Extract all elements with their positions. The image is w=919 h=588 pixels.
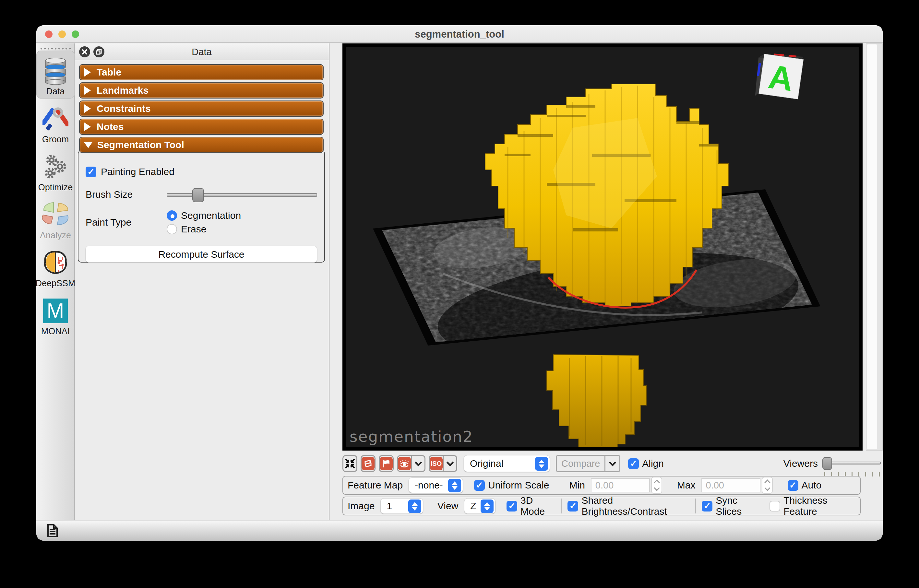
accordion-landmarks[interactable]: Landmarks xyxy=(79,82,324,99)
pie-chart-icon xyxy=(42,200,69,230)
accordion-label: Notes xyxy=(97,121,123,132)
expand-arrow-icon xyxy=(84,104,91,113)
compare-dropdown-arrow[interactable] xyxy=(604,456,620,471)
image-row: Image 1 View Z 3D Mode Shared Brightness… xyxy=(343,497,861,515)
feature-map-combobox[interactable]: -none- xyxy=(409,478,463,493)
thickness-feature-option[interactable]: Thickness Feature xyxy=(770,495,856,517)
thickness-feature-checkbox[interactable] xyxy=(770,501,780,512)
isosurface-button[interactable]: ISO xyxy=(429,455,443,472)
show-surface-button[interactable] xyxy=(379,455,394,472)
dock-title: Data xyxy=(74,47,329,57)
eye-icon xyxy=(398,457,411,470)
scrollbar-thumb[interactable] xyxy=(867,44,877,449)
window-title: segmentation_tool xyxy=(36,29,883,40)
status-bar xyxy=(36,520,883,541)
accordion-constraints[interactable]: Constraints xyxy=(79,100,324,117)
render-viewport[interactable]: A segmentation2 xyxy=(346,47,859,447)
sync-slices-option[interactable]: Sync Slices xyxy=(702,495,760,517)
accordion-label: Constraints xyxy=(97,103,151,114)
align-option[interactable]: Align xyxy=(628,458,664,469)
expand-arrow-icon xyxy=(84,86,91,95)
compare-combobox[interactable]: Compare xyxy=(556,455,620,472)
drag-handle-icon[interactable] xyxy=(40,47,71,50)
glyphs-icon xyxy=(362,457,375,470)
max-value[interactable]: 0.00 xyxy=(701,478,760,493)
erase-radio-label: Erase xyxy=(181,224,206,235)
erase-radio[interactable] xyxy=(167,224,177,234)
sidebar-item-deepssm[interactable]: DeepSSM xyxy=(36,242,74,291)
max-label: Max xyxy=(677,480,696,491)
app-window: segmentation_tool Data xyxy=(36,25,883,541)
separator xyxy=(561,499,562,514)
accordion-label: Landmarks xyxy=(97,85,149,96)
combo-stepper-icon xyxy=(448,479,461,493)
sidebar-item-label: Optimize xyxy=(38,183,73,192)
shared-brightness-option[interactable]: Shared Brightness/Contrast xyxy=(568,495,689,517)
uniform-scale-option[interactable]: Uniform Scale xyxy=(474,480,549,491)
spinner-arrows-icon[interactable] xyxy=(651,477,662,494)
recompute-surface-button[interactable]: Recompute Surface xyxy=(86,246,317,263)
viewers-slider[interactable] xyxy=(822,457,881,470)
view-combobox[interactable]: Z xyxy=(464,498,495,514)
dock-header: Data xyxy=(74,44,329,60)
painting-enabled-row: Painting Enabled xyxy=(86,165,317,179)
visibility-dropdown-arrow[interactable] xyxy=(412,455,426,472)
uniform-scale-label: Uniform Scale xyxy=(488,480,549,491)
3d-mode-option[interactable]: 3D Mode xyxy=(506,495,555,517)
view-value: Z xyxy=(470,501,476,512)
titlebar[interactable]: segmentation_tool xyxy=(36,25,883,43)
shared-brightness-label: Shared Brightness/Contrast xyxy=(581,495,689,517)
sidebar-item-analyze[interactable]: Analyze xyxy=(36,194,74,242)
sidebar-item-optimize[interactable]: Optimize xyxy=(36,147,74,194)
auto-checkbox[interactable] xyxy=(788,480,798,491)
min-value[interactable]: 0.00 xyxy=(591,478,650,493)
brush-size-slider[interactable] xyxy=(167,188,317,201)
segmentation-radio[interactable] xyxy=(167,210,177,221)
slider-handle[interactable] xyxy=(192,188,204,202)
image-label: Image xyxy=(348,501,375,512)
svg-text:M: M xyxy=(47,299,64,323)
auto-label: Auto xyxy=(802,480,822,491)
chevron-down-icon xyxy=(446,459,454,467)
compare-value: Compare xyxy=(557,458,604,469)
slider-track[interactable] xyxy=(167,193,317,197)
fit-view-button[interactable] xyxy=(343,455,358,472)
accordion-table[interactable]: Table xyxy=(79,64,324,81)
auto-option[interactable]: Auto xyxy=(788,480,822,491)
sidebar-item-groom[interactable]: Groom xyxy=(36,99,74,147)
combo-stepper-icon xyxy=(481,499,493,513)
viewer-scrollbar[interactable] xyxy=(866,44,883,451)
shared-brightness-checkbox[interactable] xyxy=(568,501,578,512)
accordion-notes[interactable]: Notes xyxy=(79,119,324,135)
sidebar-item-monai[interactable]: M MONAI xyxy=(36,291,74,338)
painting-enabled-checkbox[interactable] xyxy=(86,166,96,177)
min-spinbox[interactable]: 0.00 xyxy=(591,477,662,494)
slider-handle[interactable] xyxy=(822,457,832,470)
visibility-button[interactable] xyxy=(397,455,412,472)
combo-stepper-icon xyxy=(535,457,548,471)
feature-map-label: Feature Map xyxy=(348,480,403,491)
align-checkbox[interactable] xyxy=(628,458,639,469)
iso-dropdown-arrow[interactable] xyxy=(443,455,457,472)
accordion-segmentation-tool[interactable]: Segmentation Tool xyxy=(79,137,324,153)
sync-slices-checkbox[interactable] xyxy=(702,501,712,512)
sidebar-item-label: MONAI xyxy=(41,326,70,336)
image-combobox[interactable]: 1 xyxy=(380,498,423,514)
paint-type-segmentation-option[interactable]: Segmentation xyxy=(167,210,241,221)
min-label: Min xyxy=(570,480,585,491)
paint-type-erase-option[interactable]: Erase xyxy=(167,224,241,235)
fit-view-icon xyxy=(345,458,355,469)
show-glyphs-button[interactable] xyxy=(361,455,375,472)
display-mode-combobox[interactable]: Original xyxy=(464,455,550,472)
log-document-icon[interactable] xyxy=(46,523,59,538)
iso-icon: ISO xyxy=(430,457,443,470)
sidebar-item-data[interactable]: Data xyxy=(36,50,74,99)
spinner-arrows-icon[interactable] xyxy=(762,477,773,494)
database-icon xyxy=(42,56,69,86)
accordion-label: Table xyxy=(97,67,121,78)
3d-mode-checkbox[interactable] xyxy=(506,501,517,512)
viewer-area: A segmentation2 xyxy=(330,44,883,520)
uniform-scale-checkbox[interactable] xyxy=(474,480,485,491)
max-spinbox[interactable]: 0.00 xyxy=(701,477,773,494)
brain-icon xyxy=(42,248,69,278)
